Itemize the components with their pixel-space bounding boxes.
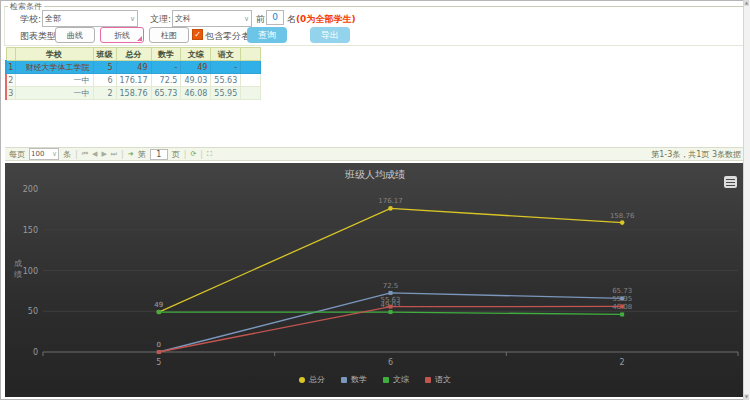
col-class[interactable]: 班级 [93, 48, 116, 61]
fieldset-legend: 检索条件 [8, 1, 44, 12]
page-number-input[interactable]: 1 [150, 149, 168, 160]
legend-label: 总分 [309, 374, 325, 385]
next-page-icon[interactable]: ▶ [101, 150, 106, 158]
resize-grid-icon[interactable]: ⛶ [207, 150, 212, 158]
table-row[interactable]: 1财经大学体工学院549-49- [6, 61, 261, 74]
chart-type-buttons: 曲线折线柱图 [55, 27, 189, 43]
pager-separator: | [184, 150, 187, 159]
data-point-label: 55.95 [612, 295, 632, 303]
data-point[interactable] [389, 291, 393, 295]
data-point-label: 0 [157, 341, 161, 349]
pager-bar: 每页 100 ∨ 条 | ⏮ ◀ ▶ ⏭ | ➜ 第 1 页 | ⟳ | ⛶ 第… [5, 147, 749, 161]
top-n-hint: (0为全部学生) [296, 13, 356, 26]
vertical-scrollbar[interactable]: ▲ ▼ [743, 0, 750, 400]
legend-marker-icon [299, 377, 305, 383]
data-point-label: 176.17 [378, 197, 403, 205]
table-row[interactable]: 3一中2158.7665.7346.0855.95 [6, 87, 261, 100]
chart-type-button[interactable]: 曲线 [55, 27, 95, 43]
x-tick-label: 5 [156, 358, 161, 367]
stream-select-value: 文科 [175, 13, 191, 24]
col-total[interactable]: 总分 [116, 48, 151, 61]
x-tick-label: 2 [620, 358, 625, 367]
data-point[interactable] [157, 350, 161, 354]
chevron-down-icon: ∨ [244, 15, 249, 23]
legend-item-语文[interactable]: 语文 [425, 374, 451, 385]
scroll-down-icon[interactable]: ▼ [744, 394, 749, 400]
col-math[interactable]: 数学 [151, 48, 181, 61]
school-select-value: 全部 [45, 13, 61, 24]
first-page-icon[interactable]: ⏮ [82, 150, 88, 158]
include-zero-label: 包含零分者 [205, 30, 250, 43]
legend-marker-icon [383, 377, 389, 383]
school-label: 学校: [20, 13, 41, 26]
table-cell [241, 74, 261, 87]
chart-type-button[interactable]: 折线 [100, 27, 144, 43]
table-cell: 55.95 [211, 87, 241, 100]
data-point[interactable] [620, 304, 624, 308]
table-cell: 49.03 [181, 74, 211, 87]
stream-select[interactable]: 文科 ∨ [172, 10, 252, 27]
data-point[interactable] [389, 310, 393, 314]
chart-type-button[interactable]: 柱图 [149, 27, 189, 43]
table-cell: 财经大学体工学院 [15, 61, 93, 74]
app-window: 检索条件 学校: 全部 ∨ 文理: 文科 ∨ 前 0 名 (0为全部学生) 图表… [0, 0, 750, 400]
go-page-icon[interactable]: ➜ [128, 150, 134, 158]
chart-legend: 总分数学文综语文 [5, 374, 745, 385]
col-chinese[interactable]: 语文 [211, 48, 241, 61]
scroll-up-icon[interactable]: ▲ [744, 0, 749, 6]
y-tick-label: 0 [33, 348, 38, 357]
chevron-down-icon: ∨ [130, 15, 135, 23]
results-table: 学校 班级 总分 数学 文综 语文 1财经大学体工学院549-49-2一中617… [5, 47, 261, 100]
y-tick-label: 150 [23, 226, 38, 235]
legend-label: 文综 [393, 374, 409, 385]
data-point[interactable] [620, 220, 625, 225]
score-line-chart: 班级人均成绩 050100150200成绩56249176.17158.7607… [5, 163, 745, 397]
top-n-input[interactable]: 0 [266, 10, 284, 25]
last-page-icon[interactable]: ⏭ [111, 150, 117, 158]
legend-item-总分[interactable]: 总分 [299, 374, 325, 385]
table-cell: 5 [93, 61, 116, 74]
per-page-label: 每页 [9, 149, 25, 160]
line-chart-canvas: 050100150200成绩56249176.17158.76072.565.7… [5, 163, 745, 397]
table-row[interactable]: 2一中6176.1772.549.0355.63 [6, 74, 261, 87]
table-cell: 65.73 [151, 87, 181, 100]
include-zero-checkbox[interactable]: ✓ [192, 29, 203, 40]
table-cell: 49 [116, 61, 151, 74]
y-axis-title: 成 [14, 259, 22, 268]
data-point[interactable] [389, 305, 393, 309]
page-unit: 页 [172, 149, 180, 160]
col-arts[interactable]: 文综 [181, 48, 211, 61]
per-page-unit: 条 [63, 149, 71, 160]
chevron-down-icon: ∨ [52, 150, 57, 158]
top-n-label: 前 [256, 13, 265, 26]
table-cell: 一中 [15, 87, 93, 100]
data-point-label: 55.63 [380, 296, 400, 304]
prev-page-icon[interactable]: ◀ [92, 150, 97, 158]
legend-marker-icon [341, 377, 347, 383]
table-cell: 176.17 [116, 74, 151, 87]
refresh-icon[interactable]: ⟳ [190, 150, 196, 158]
per-page-select[interactable]: 100 ∨ [29, 148, 59, 160]
table-cell: 158.76 [116, 87, 151, 100]
data-point[interactable] [620, 312, 624, 316]
col-school[interactable]: 学校 [15, 48, 93, 61]
chart-type-label: 图表类型: [20, 30, 59, 43]
legend-item-文综[interactable]: 文综 [383, 374, 409, 385]
data-point[interactable] [157, 310, 161, 314]
per-page-value: 100 [31, 150, 44, 158]
query-button[interactable]: 查询 [247, 27, 287, 43]
data-point-label: 49 [154, 301, 163, 309]
school-select[interactable]: 全部 ∨ [42, 10, 138, 27]
legend-item-数学[interactable]: 数学 [341, 374, 367, 385]
legend-label: 数学 [351, 374, 367, 385]
table-cell: 55.63 [211, 74, 241, 87]
stream-label: 文理: [150, 13, 171, 26]
row-number-cell: 2 [6, 74, 15, 87]
data-point[interactable] [388, 206, 393, 211]
y-tick-label: 200 [23, 185, 38, 194]
legend-label: 语文 [435, 374, 451, 385]
export-button[interactable]: 导出 [310, 27, 350, 43]
table-cell: 46.08 [181, 87, 211, 100]
table-cell: - [211, 61, 241, 74]
rownum-header [6, 48, 15, 61]
